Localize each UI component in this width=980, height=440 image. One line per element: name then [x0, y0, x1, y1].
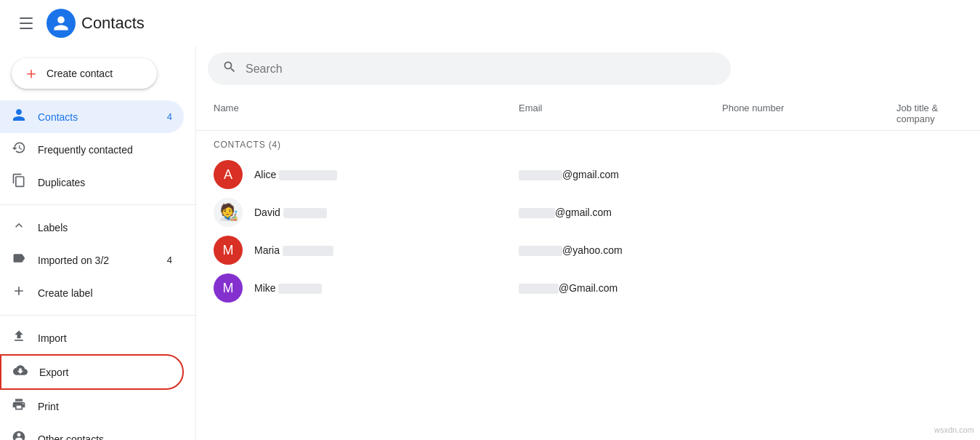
blurred-email-prefix	[519, 246, 562, 256]
sidebar-item-frequently-contacted-label: Frequently contacted	[38, 144, 133, 156]
blurred-email-prefix	[519, 208, 555, 218]
contact-email-david: @gmail.com	[519, 207, 722, 218]
person-outline-icon	[12, 430, 26, 440]
sidebar-item-duplicates-label: Duplicates	[38, 177, 85, 188]
hamburger-menu[interactable]	[12, 9, 41, 38]
contact-name-david: David	[254, 207, 327, 218]
labels-section-label: Labels	[38, 222, 68, 233]
avatar: A	[214, 160, 243, 189]
sidebar-item-create-label-label: Create label	[38, 287, 93, 299]
blurred-name	[283, 208, 327, 218]
col-name: Name	[214, 103, 519, 124]
search-bar-container	[196, 47, 980, 97]
sidebar-item-frequently-contacted[interactable]: Frequently contacted	[0, 133, 184, 166]
sidebar: ＋ Create contact Contacts 4 Frequently c…	[0, 47, 196, 440]
sidebar-divider-1	[0, 204, 195, 205]
sidebar-item-imported-label: Imported on 3/2	[38, 255, 109, 266]
sidebar-item-print[interactable]: Print	[0, 390, 184, 423]
sidebar-item-print-label: Print	[38, 401, 59, 412]
top-bar: Contacts	[0, 0, 980, 47]
col-phone: Phone number	[722, 103, 896, 124]
sidebar-labels-section[interactable]: Labels	[0, 211, 195, 244]
person-icon	[12, 108, 26, 126]
blurred-name	[283, 246, 333, 256]
contact-name-cell-mike: M Mike	[214, 273, 519, 303]
blurred-email-prefix	[519, 170, 562, 180]
contact-email-mike: @Gmail.com	[519, 282, 722, 294]
table-row[interactable]: M Maria @yahoo.com	[196, 231, 980, 269]
app-logo-area: Contacts	[46, 9, 145, 38]
sidebar-item-contacts[interactable]: Contacts 4	[0, 100, 184, 133]
contact-name-mike: Mike	[254, 282, 322, 294]
contacts-section-label: CONTACTS (4)	[196, 131, 980, 156]
label-icon	[12, 251, 26, 269]
search-bar	[208, 52, 731, 85]
contacts-badge: 4	[167, 111, 172, 122]
chevron-up-icon	[12, 218, 26, 236]
sidebar-divider-2	[0, 315, 195, 316]
copy-icon	[12, 173, 26, 191]
contact-name-cell-david: 🧑‍🎨 David	[214, 198, 519, 227]
table-row[interactable]: 🧑‍🎨 David @gmail.com	[196, 193, 980, 231]
sidebar-item-contacts-label: Contacts	[38, 111, 78, 123]
cloud-download-icon	[13, 363, 28, 381]
contact-name-maria: Maria	[254, 244, 333, 256]
table-header: Name Email Phone number Job title & comp…	[196, 97, 980, 131]
avatar: 🧑‍🎨	[214, 198, 243, 227]
add-icon: ＋	[23, 65, 39, 81]
create-contact-button[interactable]: ＋ Create contact	[12, 58, 157, 89]
blurred-name	[278, 284, 322, 294]
contact-name-cell-alice: A Alice	[214, 160, 519, 189]
search-icon	[222, 60, 237, 78]
sidebar-item-create-label[interactable]: Create label	[0, 276, 184, 309]
blurred-name	[279, 170, 337, 180]
sidebar-item-import-label: Import	[38, 332, 67, 344]
contact-name-cell-maria: M Maria	[214, 236, 519, 265]
blurred-email-prefix	[519, 284, 559, 294]
watermark: wsxdn.com	[934, 425, 974, 434]
sidebar-item-import[interactable]: Import	[0, 321, 184, 354]
history-icon	[12, 140, 26, 159]
create-contact-label: Create contact	[46, 68, 113, 79]
main-layout: ＋ Create contact Contacts 4 Frequently c…	[0, 47, 980, 440]
sidebar-item-other-contacts-label: Other contacts	[38, 433, 104, 441]
app-title: Contacts	[81, 14, 145, 33]
add-label-icon	[12, 284, 26, 302]
avatar: M	[214, 236, 243, 265]
contact-email-alice: @gmail.com	[519, 169, 722, 180]
table-row[interactable]: M Mike @Gmail.com	[196, 269, 980, 307]
sidebar-item-imported[interactable]: Imported on 3/2 4	[0, 244, 184, 276]
contact-name-alice: Alice	[254, 169, 337, 180]
app-logo	[46, 9, 76, 38]
sidebar-item-export-label: Export	[39, 367, 68, 378]
print-icon	[12, 397, 26, 415]
col-email: Email	[519, 103, 722, 124]
search-input[interactable]	[246, 63, 716, 76]
imported-badge: 4	[167, 255, 172, 265]
sidebar-item-export[interactable]: Export	[0, 354, 184, 390]
sidebar-item-other-contacts[interactable]: Other contacts	[0, 423, 184, 440]
content-area: Name Email Phone number Job title & comp…	[196, 47, 980, 440]
contact-email-maria: @yahoo.com	[519, 244, 722, 256]
avatar: M	[214, 273, 243, 303]
sidebar-item-duplicates[interactable]: Duplicates	[0, 166, 184, 199]
upload-icon	[12, 329, 26, 347]
col-job: Job title & company	[896, 103, 963, 124]
table-row[interactable]: A Alice @gmail.com	[196, 156, 980, 193]
